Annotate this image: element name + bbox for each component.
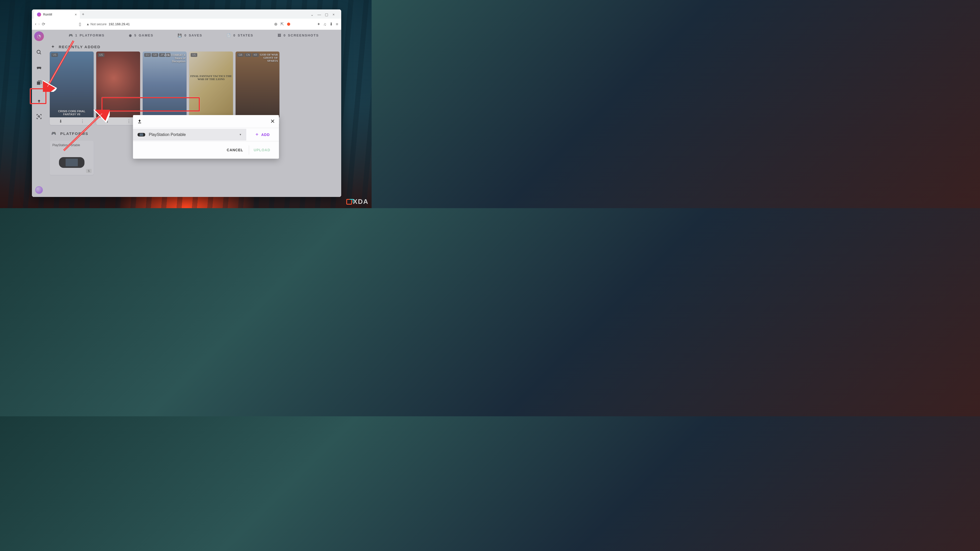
- game-cover: US CRISIS CORE FINAL FANTASY VII: [50, 52, 94, 118]
- avatar[interactable]: [35, 186, 43, 194]
- region-tag: US: [51, 53, 58, 57]
- game-card[interactable]: US ⬇ ⋮: [96, 52, 140, 125]
- svg-rect-6: [138, 123, 141, 123]
- url-text: 192.168.29.41: [108, 22, 130, 26]
- upload-button[interactable]: [34, 97, 44, 107]
- minimize-icon[interactable]: —: [317, 13, 322, 17]
- region-tag: US: [98, 53, 104, 57]
- save-icon: 💾: [178, 33, 182, 37]
- plus-icon: +: [256, 132, 259, 138]
- main-area: 🎮 1 PLATFORMS ◉ 5 GAMES 💾 0 SAVES 📄 0: [46, 30, 341, 197]
- recently-added-header: ✦ RECENTLY ADDED: [46, 41, 341, 52]
- svg-line-1: [40, 53, 41, 54]
- more-icon[interactable]: ⋮: [127, 119, 131, 124]
- security-indicator: ▲ Not secure: [86, 22, 107, 26]
- media-icon[interactable]: ♫: [323, 22, 326, 27]
- stat-states[interactable]: 📄 0 STATES: [227, 33, 253, 37]
- download-icon[interactable]: ⬇: [105, 119, 109, 124]
- menu-icon[interactable]: ≡: [336, 22, 338, 27]
- stat-saves[interactable]: 💾 0 SAVES: [178, 33, 202, 37]
- download-icon[interactable]: ⬇: [59, 119, 62, 124]
- dropdown-icon[interactable]: ⌄: [310, 13, 315, 17]
- sparkle-icon: ✦: [51, 44, 55, 49]
- region-tag: EU: [144, 53, 151, 57]
- psp-icon: [59, 157, 84, 168]
- address-bar: ‹ › ⟳ ▯ ▲ Not secure 192.168.29.41 ⊕ ⇱ ⬢…: [32, 19, 341, 30]
- warning-icon: ▲: [86, 22, 89, 26]
- psp-icon: [138, 133, 145, 137]
- region-tag: GB: [237, 53, 244, 57]
- reload-icon[interactable]: ⟳: [42, 22, 45, 27]
- selected-platform: PlayStation Portable: [149, 132, 186, 137]
- back-icon[interactable]: ‹: [35, 22, 36, 27]
- stat-games[interactable]: ◉ 5 GAMES: [129, 33, 153, 37]
- svg-line-5: [40, 117, 40, 118]
- platform-count: 5: [86, 169, 92, 173]
- svg-point-4: [38, 116, 40, 117]
- game-cover: US FINAL FANTASY TACTICS THE WAR OF THE …: [189, 52, 233, 118]
- bookmark-icon[interactable]: ▯: [79, 22, 81, 27]
- controller-icon: 🎮: [51, 131, 57, 136]
- chevron-down-icon: ▼: [239, 133, 242, 136]
- browser-window: RomM × + ⌄ — ▢ × ‹ › ⟳ ▯ ▲ Not secure 19…: [32, 10, 341, 197]
- maximize-icon[interactable]: ▢: [324, 13, 329, 17]
- zoom-icon[interactable]: ⊕: [274, 22, 277, 27]
- new-tab-button[interactable]: +: [80, 10, 86, 19]
- more-icon[interactable]: ⋮: [80, 119, 84, 124]
- svg-point-0: [37, 50, 40, 54]
- svg-rect-3: [38, 103, 41, 104]
- region-tag: CN: [245, 53, 251, 57]
- add-button[interactable]: + ADD: [246, 128, 279, 141]
- close-tab-icon[interactable]: ×: [75, 13, 77, 17]
- favicon-icon: [37, 13, 41, 17]
- stats-row: 🎮 1 PLATFORMS ◉ 5 GAMES 💾 0 SAVES 📄 0: [46, 30, 341, 41]
- share-icon[interactable]: ⇱: [280, 22, 284, 27]
- app-logo[interactable]: ◔: [34, 32, 44, 41]
- platform-name: PlayStation Portable: [52, 143, 91, 147]
- disc-icon: ◉: [129, 33, 132, 37]
- game-cover: US: [96, 52, 140, 118]
- watermark: XDA: [346, 198, 369, 206]
- tab-title: RomM: [43, 13, 52, 16]
- game-card[interactable]: EU GB JP F ACE COMBAT X Skies of Decepti…: [143, 52, 186, 125]
- upload-button: UPLOAD: [249, 145, 275, 155]
- game-card[interactable]: US CRISIS CORE FINAL FANTASY VII ⬇ ⋮: [50, 52, 94, 125]
- game-card[interactable]: GB CN KR GOD OF WAR GHOST OF SPARTA ⬇ ⋮: [235, 52, 280, 125]
- scan-icon[interactable]: [34, 111, 44, 122]
- library-icon[interactable]: [34, 78, 44, 88]
- tab-bar: RomM × + ⌄ — ▢ ×: [32, 10, 341, 19]
- download-icon[interactable]: ⬇: [329, 22, 333, 27]
- xda-icon: [346, 199, 352, 205]
- upload-icon: [137, 119, 142, 124]
- platform-card[interactable]: PlayStation Portable 5: [50, 141, 94, 175]
- browser-tab[interactable]: RomM ×: [34, 11, 80, 19]
- forward-icon[interactable]: ›: [38, 22, 40, 27]
- cancel-button[interactable]: CANCEL: [222, 145, 248, 155]
- image-icon: 🖼: [278, 33, 282, 37]
- file-icon: 📄: [227, 33, 231, 37]
- url-field[interactable]: ▲ Not secure 192.168.29.41: [84, 22, 271, 26]
- region-tag: GB: [151, 53, 158, 57]
- close-icon[interactable]: ✕: [270, 118, 275, 125]
- shield-icon[interactable]: ⬢: [287, 22, 290, 27]
- not-secure-label: Not secure: [91, 22, 107, 26]
- stat-platforms[interactable]: 🎮 1 PLATFORMS: [68, 33, 105, 37]
- app-content: ◔ 🎮 1 PLATFOR: [32, 30, 341, 197]
- controller-icon: 🎮: [68, 33, 73, 37]
- controller-icon[interactable]: [34, 62, 44, 73]
- game-cover: EU GB JP F ACE COMBAT X Skies of Decepti…: [143, 52, 186, 118]
- stat-screenshots[interactable]: 🖼 0 SCREENSHOTS: [278, 33, 319, 37]
- game-card[interactable]: US FINAL FANTASY TACTICS THE WAR OF THE …: [189, 52, 233, 125]
- svg-rect-2: [37, 82, 40, 85]
- left-rail: ◔: [32, 30, 46, 197]
- window-controls: ⌄ — ▢ ×: [307, 11, 339, 19]
- search-icon[interactable]: [34, 47, 44, 57]
- extensions-icon[interactable]: ✦: [317, 22, 320, 27]
- game-cover: GB CN KR GOD OF WAR GHOST OF SPARTA: [235, 52, 280, 118]
- platform-select[interactable]: PlayStation Portable ▼: [133, 129, 246, 141]
- close-window-icon[interactable]: ×: [331, 13, 336, 17]
- upload-modal: ✕ PlayStation Portable ▼ + ADD CANCEL UP…: [133, 115, 279, 159]
- region-tag: US: [191, 53, 197, 57]
